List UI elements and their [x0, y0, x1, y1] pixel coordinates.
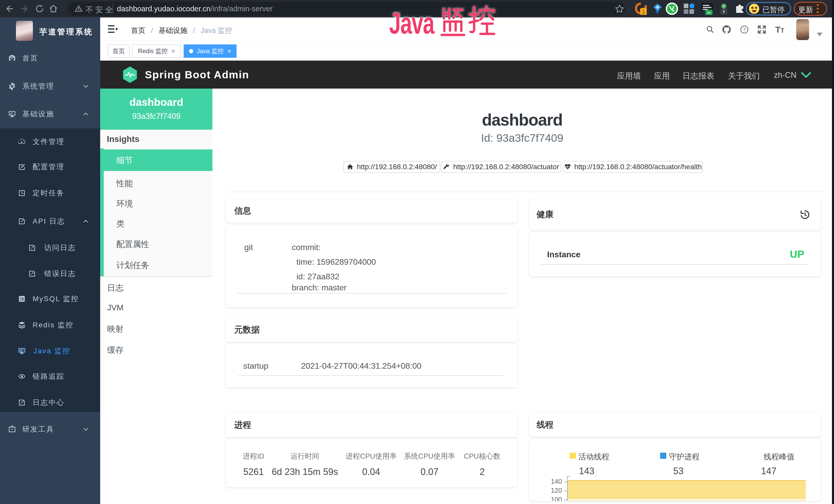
svg-text:?: ? — [743, 27, 746, 32]
svg-text:1: 1 — [642, 8, 645, 15]
svg-text:on: on — [707, 10, 711, 15]
